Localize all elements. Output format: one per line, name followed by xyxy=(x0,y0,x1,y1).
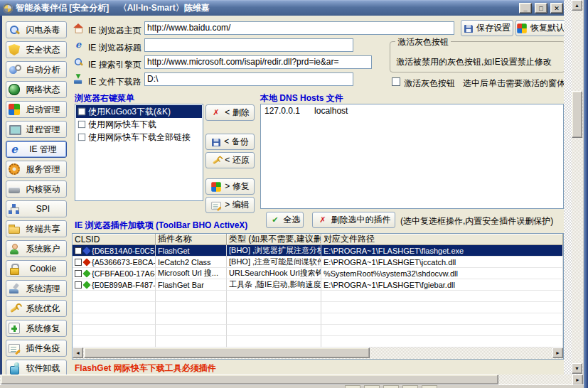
header-plugin-name[interactable]: 插件名称 xyxy=(156,234,227,245)
activate-grey-checkbox-label[interactable]: 激活灰色按钮 xyxy=(404,77,455,90)
item-checkbox[interactable] xyxy=(78,134,85,141)
list-item[interactable]: 使用网际快车下载全部链接 xyxy=(76,131,202,144)
chip-icon xyxy=(9,187,20,193)
close-button[interactable]: ✕ xyxy=(550,3,563,14)
table-row[interactable]: {E0E899AB-F487-1... FlashGet Bar 工具条 ,随I… xyxy=(73,279,563,291)
ie-download-path-input[interactable]: D:\ xyxy=(144,72,353,86)
ie-title-input[interactable] xyxy=(144,38,353,52)
sidebar-item-auto-analyze[interactable]: 自动分析 xyxy=(6,61,67,78)
item-checkbox[interactable] xyxy=(78,108,85,115)
viewport-horizontal-scrollbar[interactable] xyxy=(0,374,583,385)
sidebar-item-startup-manager[interactable]: 启动管理 xyxy=(6,101,67,118)
sidebar-item-flash-antivirus[interactable]: 闪电杀毒 xyxy=(6,21,67,38)
sidebar-item-system-optimize[interactable]: 系统优化 xyxy=(6,300,67,317)
activate-grey-checkbox[interactable] xyxy=(392,77,400,86)
sidebar-item-process-manager[interactable]: 进程管理 xyxy=(6,121,67,138)
sidebar-item-system-accounts[interactable]: 系统账户 xyxy=(6,240,67,257)
ie-homepage-label: IE 浏览器主页 xyxy=(88,25,141,37)
title-bar[interactable]: 智能杀毒伴侣 [安全分析] 〈All-In-Smart〉陈维嘉 _ □ ✕ xyxy=(0,0,566,16)
viewport-vertical-scrollbar[interactable] xyxy=(572,0,583,374)
cell-plugin-name: IeCatch2 Class xyxy=(156,257,227,268)
scroll-left-arrow[interactable] xyxy=(73,347,83,358)
red-x-icon xyxy=(212,108,222,118)
list-item[interactable]: 使用KuGoo3下载(&K) xyxy=(76,105,202,118)
magnifier-icon xyxy=(9,24,20,36)
outer-window-border xyxy=(584,0,588,388)
backup-menu-button[interactable]: < 备份 xyxy=(205,134,255,150)
table-row[interactable]: {CFBFAE00-17A6-1... Microsoft Url 搜... U… xyxy=(73,268,563,279)
plugin-icon xyxy=(82,281,90,289)
row-checkbox[interactable] xyxy=(75,259,82,266)
scroll-right-arrow[interactable] xyxy=(552,347,563,358)
table-header-row: CLSID 插件名称 类型 (如果不需要,建议删除) 对应文件路径 xyxy=(73,234,563,245)
minimize-button[interactable]: _ xyxy=(519,3,532,14)
restore-menu-button[interactable]: < 还原 xyxy=(205,152,255,168)
table-row[interactable]: {A5366673-E8CA-1... IeCatch2 Class [BHO]… xyxy=(73,257,563,268)
footer-warning-note: FlashGet 网际快车下载工具必须插件 xyxy=(75,362,216,374)
header-type[interactable]: 类型 (如果不需要,建议删除) xyxy=(227,234,321,245)
repair-menu-label: > 修复 xyxy=(225,180,249,193)
scroll-up-arrow[interactable] xyxy=(572,0,582,11)
globe-icon xyxy=(9,84,20,95)
header-file-path[interactable]: 对应文件路径 xyxy=(321,234,563,245)
sidebar-item-security-status[interactable]: 安全状态 xyxy=(6,41,67,58)
sidebar-item-plugin-immunity[interactable]: 插件免疫 xyxy=(6,340,67,357)
table-row[interactable]: {D6E814A0-E0C5-1... FlashGet [BHO] ,浏览器扩… xyxy=(73,245,563,257)
header-clsid[interactable]: CLSID xyxy=(73,234,156,245)
shield-icon xyxy=(9,44,20,55)
network-nodes-icon xyxy=(9,203,20,215)
list-item-label: 使用KuGoo3下载(&K) xyxy=(88,106,171,118)
sidebar-item-cookie[interactable]: Cookie xyxy=(6,260,67,277)
row-checkbox[interactable] xyxy=(75,281,82,289)
sidebar-item-terminal-share[interactable]: 终端共享 xyxy=(6,220,67,237)
item-checkbox[interactable] xyxy=(78,121,85,128)
plugins-table: CLSID 插件名称 类型 (如果不需要,建议删除) 对应文件路径 {D6E81… xyxy=(72,233,564,360)
save-settings-button[interactable]: 保存设置 xyxy=(461,20,513,36)
scrollbar-thumb[interactable] xyxy=(1,374,498,384)
sidebar-item-network-status[interactable]: 网络状态 xyxy=(6,81,67,98)
delete-menu-button[interactable]: < 删除 xyxy=(205,104,255,121)
scrollbar-thumb[interactable] xyxy=(84,347,370,358)
sidebar-item-ie-manager[interactable]: IE 管理 xyxy=(6,141,67,158)
scrollbar-thumb[interactable] xyxy=(572,91,582,138)
table-horizontal-scrollbar[interactable] xyxy=(73,347,563,359)
plugins-table-label: IE 浏览器插件加载项 (ToolBar BHO ActiveX) xyxy=(75,220,247,232)
context-menu-list[interactable]: 使用KuGoo3下载(&K) 使用网际快车下载 使用网际快车下载全部链接 xyxy=(75,104,203,201)
ie-title-label: IE 浏览器标题 xyxy=(88,42,141,54)
maximize-button[interactable]: □ xyxy=(535,3,547,14)
sidebar-item-service-manager[interactable]: 服务管理 xyxy=(6,161,67,178)
cell-type: URLSearchHook Url搜索钩子 xyxy=(227,268,321,279)
delete-selected-label: 删除选中的插件 xyxy=(331,214,391,226)
edit-menu-button[interactable]: > 编辑 xyxy=(205,197,255,213)
list-item[interactable]: 使用网际快车下载 xyxy=(76,118,202,131)
delete-menu-label: < 删除 xyxy=(225,107,249,119)
delete-selected-plugins-button[interactable]: 删除选中的插件 xyxy=(312,212,395,228)
list-item-label: 使用网际快车下载 xyxy=(88,119,156,131)
taskbar-edge xyxy=(0,384,584,388)
floppy-icon xyxy=(464,24,473,32)
sidebar-item-label: Cookie xyxy=(22,264,64,274)
scroll-right-arrow[interactable] xyxy=(572,374,583,385)
cell-clsid: {D6E814A0-E0C5-1... xyxy=(92,247,156,255)
app-window: 智能杀毒伴侣 [安全分析] 〈All-In-Smart〉陈维嘉 _ □ ✕ 闪电… xyxy=(0,0,564,374)
hosts-file-textarea[interactable]: 127.0.0.1 localhost xyxy=(260,104,564,209)
viewport-gutter xyxy=(564,0,572,374)
table-empty-row xyxy=(73,291,563,302)
ie-search-input[interactable]: http://www.microsoft.com/isapi/redir.dll… xyxy=(144,55,372,69)
home-icon xyxy=(73,23,83,33)
restore-default-button[interactable]: 恢复默认 xyxy=(515,20,565,36)
sidebar-item-system-clean[interactable]: 系统清理 xyxy=(6,280,67,297)
select-all-button[interactable]: 全选 xyxy=(266,212,304,228)
wrench-icon xyxy=(212,156,222,166)
hosts-section-label: 本地 DNS Hosts 文件 xyxy=(260,92,343,104)
scroll-down-arrow[interactable] xyxy=(572,363,582,374)
sidebar-item-system-repair[interactable]: 系统修复 xyxy=(6,320,67,337)
row-checkbox[interactable] xyxy=(75,270,82,277)
sidebar-item-spi[interactable]: SPI xyxy=(6,200,67,217)
row-checkbox[interactable] xyxy=(75,247,82,254)
sidebar: 闪电杀毒 安全状态 自动分析 网络状态 启动管理 进程管理 IE 管理 服务管理… xyxy=(6,21,67,377)
ie-homepage-input[interactable]: http://www.baidu.com/ xyxy=(144,21,454,35)
sidebar-item-kernel-driver[interactable]: 内核驱动 xyxy=(6,180,67,198)
repair-menu-button[interactable]: > 修复 xyxy=(205,178,255,195)
sidebar-item-label: 软件卸载 xyxy=(22,362,64,374)
